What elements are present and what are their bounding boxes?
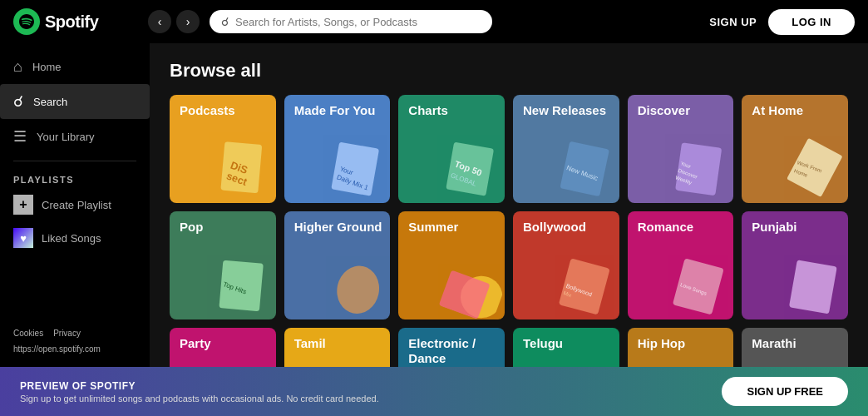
browse-card-art-newreleases: New Music: [547, 131, 619, 203]
logo-text: Spotify: [45, 12, 98, 32]
browse-card-label-hiphop: Hip Hop: [638, 336, 686, 351]
browse-card-art-higherground: [318, 248, 390, 319]
browse-card-art-discover: YourDiscoverWeekly: [662, 131, 733, 203]
svg-rect-3: [332, 142, 380, 196]
browse-card-art-punjabi: [777, 248, 848, 319]
sidebar-search-label: Search: [33, 96, 67, 108]
browse-card-art-athome: Work FromHome: [777, 131, 848, 203]
sidebar-url: https://open.spotify.com: [0, 344, 150, 360]
browse-card-label-tamil: Tamil: [294, 336, 326, 351]
browse-card-label-discover: Discover: [638, 103, 690, 118]
playlists-section-label: PLAYLISTS: [0, 168, 150, 188]
liked-songs-button[interactable]: ♥ Liked Songs: [0, 221, 150, 255]
browse-grid: PodcastsDiSsectMade For YouYourDaily Mix…: [170, 95, 848, 367]
browse-card-hiphop[interactable]: Hip Hop: [628, 328, 734, 367]
browse-card-party[interactable]: Party: [170, 328, 276, 367]
browse-card-label-podcasts: Podcasts: [180, 103, 235, 118]
browse-card-label-party: Party: [180, 336, 211, 351]
browse-card-discover[interactable]: DiscoverYourDiscoverWeekly: [628, 95, 734, 203]
browse-card-art-podcasts: DiSsect: [204, 131, 275, 203]
browse-title: Browse all: [170, 60, 848, 82]
browse-area: Browse all PodcastsDiSsectMade For YouYo…: [150, 43, 868, 367]
topbar: Spotify ‹ › ☌ SIGN UP LOG IN: [0, 0, 868, 43]
nav-forward-button[interactable]: ›: [176, 10, 200, 33]
browse-card-art-romance: Love Songs: [662, 248, 733, 319]
footer-banner: PREVIEW OF SPOTIFY Sign up to get unlimi…: [0, 367, 868, 416]
search-icon: ☌: [221, 15, 229, 28]
footer-text: PREVIEW OF SPOTIFY Sign up to get unlimi…: [20, 380, 379, 404]
browse-card-art-madeforyou: YourDaily Mix 1: [318, 131, 390, 203]
browse-card-label-newreleases: New Releases: [523, 103, 606, 118]
browse-card-charts[interactable]: ChartsTop 50GLOBAL: [398, 95, 505, 203]
browse-card-art-summer: [433, 248, 505, 319]
browse-card-label-charts: Charts: [408, 103, 448, 118]
browse-card-art-bollywood: BollywoodMix: [547, 248, 619, 319]
footer-title: PREVIEW OF SPOTIFY: [20, 380, 379, 392]
browse-card-summer[interactable]: Summer: [398, 211, 505, 319]
create-playlist-button[interactable]: + Create Playlist: [0, 188, 150, 221]
browse-card-marathi[interactable]: Marathi: [742, 328, 848, 367]
sidebar: ⌂ Home ☌ Search ☰ Your Library PLAYLISTS…: [0, 43, 150, 367]
browse-card-athome[interactable]: At HomeWork FromHome: [742, 95, 848, 203]
nav-arrows: ‹ ›: [148, 10, 200, 33]
browse-card-madeforyou[interactable]: Made For YouYourDaily Mix 1: [284, 95, 391, 203]
search-bar: ☌: [210, 10, 492, 33]
browse-card-art-tamil: [318, 364, 390, 367]
sidebar-divider: [13, 161, 136, 161]
browse-card-label-summer: Summer: [408, 220, 458, 235]
search-nav-icon: ☌: [13, 92, 23, 111]
browse-card-podcasts[interactable]: PodcastsDiSsect: [170, 95, 276, 203]
library-icon: ☰: [13, 127, 27, 146]
browse-card-label-bollywood: Bollywood: [523, 220, 586, 235]
logo-area: Spotify: [13, 8, 138, 35]
svg-point-20: [333, 262, 383, 318]
nav-back-button[interactable]: ‹: [148, 10, 171, 33]
browse-card-art-hiphop: [662, 364, 733, 367]
sidebar-bottom-links: Cookies Privacy: [0, 322, 150, 344]
sidebar-item-search[interactable]: ☌ Search: [0, 84, 150, 119]
sidebar-library-label: Your Library: [37, 131, 95, 143]
auth-area: SIGN UP LOG IN: [709, 9, 855, 35]
heart-icon: ♥: [13, 228, 33, 248]
footer-subtitle: Sign up to get unlimited songs and podca…: [20, 394, 379, 404]
spotify-logo-icon: [13, 8, 40, 35]
sidebar-item-library[interactable]: ☰ Your Library: [0, 119, 150, 154]
create-playlist-label: Create Playlist: [42, 199, 111, 211]
browse-card-label-higherground: Higher Ground: [294, 220, 382, 235]
signup-free-button[interactable]: SIGN UP FREE: [722, 377, 848, 406]
browse-card-newreleases[interactable]: New ReleasesNew Music: [513, 95, 619, 203]
browse-card-bollywood[interactable]: BollywoodBollywoodMix: [513, 211, 619, 319]
browse-card-pop[interactable]: PopTop Hits: [170, 211, 276, 319]
login-button[interactable]: LOG IN: [768, 9, 855, 35]
browse-card-label-pop: Pop: [180, 220, 203, 235]
browse-card-art-telugu: [547, 364, 619, 367]
liked-songs-label: Liked Songs: [42, 232, 101, 245]
sidebar-item-home[interactable]: ⌂ Home: [0, 50, 150, 84]
home-icon: ⌂: [13, 58, 22, 76]
main-content: ⌂ Home ☌ Search ☰ Your Library PLAYLISTS…: [0, 43, 868, 367]
browse-card-label-telugu: Telugu: [523, 336, 563, 351]
browse-card-art-charts: Top 50GLOBAL: [433, 131, 505, 203]
search-input[interactable]: [235, 16, 481, 28]
browse-card-romance[interactable]: RomanceLove Songs: [628, 211, 734, 319]
svg-rect-28: [789, 260, 837, 314]
signup-button[interactable]: SIGN UP: [709, 16, 757, 28]
sidebar-home-label: Home: [32, 61, 62, 73]
browse-card-higherground[interactable]: Higher Ground: [284, 211, 391, 319]
browse-card-art-marathi: [777, 364, 848, 367]
browse-card-electronic[interactable]: Electronic / Dance: [398, 328, 505, 367]
browse-card-label-romance: Romance: [638, 220, 694, 235]
browse-card-label-marathi: Marathi: [752, 336, 796, 351]
plus-icon: +: [13, 195, 33, 215]
cookies-link[interactable]: Cookies: [13, 329, 43, 338]
browse-card-art-pop: Top Hits: [204, 248, 275, 319]
browse-card-telugu[interactable]: Telugu: [513, 328, 619, 367]
browse-card-punjabi[interactable]: Punjabi: [742, 211, 848, 319]
browse-card-art-party: [204, 364, 275, 367]
browse-card-label-punjabi: Punjabi: [752, 220, 796, 235]
privacy-link[interactable]: Privacy: [53, 329, 81, 338]
browse-card-label-madeforyou: Made For You: [294, 103, 376, 118]
browse-card-label-athome: At Home: [752, 103, 803, 118]
browse-card-label-electronic: Electronic / Dance: [408, 336, 505, 366]
browse-card-tamil[interactable]: Tamil: [284, 328, 391, 367]
